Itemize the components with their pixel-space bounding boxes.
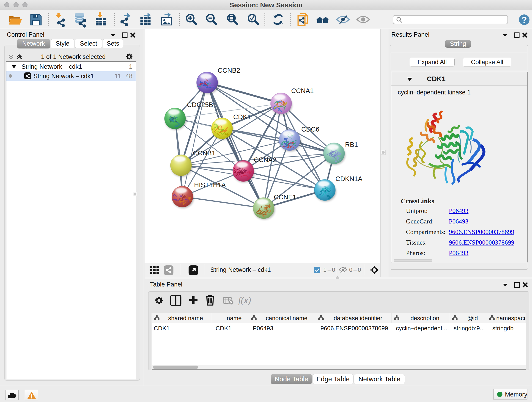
svg-text:CCNA2: CCNA2 (254, 156, 276, 163)
svg-text:RB1: RB1 (345, 141, 358, 148)
svg-text:CDKN1A: CDKN1A (336, 175, 362, 182)
svg-text:CCNA1: CCNA1 (291, 87, 314, 95)
svg-text:CCNB1: CCNB1 (193, 149, 215, 157)
svg-text:CCNE1: CCNE1 (274, 193, 296, 201)
svg-text:?: ? (521, 15, 527, 25)
svg-text:HIST1H1A: HIST1H1A (194, 181, 226, 189)
svg-text:CDC25B: CDC25B (187, 101, 213, 108)
svg-text:CDK1: CDK1 (233, 113, 251, 121)
svg-text:f(x): f(x) (238, 295, 251, 305)
svg-text:CCNB2: CCNB2 (218, 67, 240, 74)
svg-text:CDC6: CDC6 (301, 126, 319, 133)
